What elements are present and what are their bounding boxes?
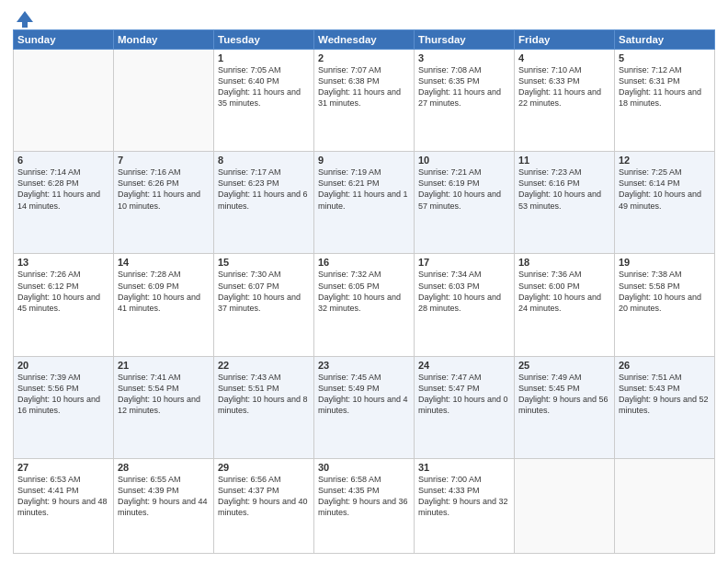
cell-info: Sunrise: 7:19 AM Sunset: 6:21 PM Dayligh…: [318, 167, 410, 212]
cell-info: Sunrise: 7:08 AM Sunset: 6:35 PM Dayligh…: [418, 64, 510, 109]
calendar-cell: 6Sunrise: 7:14 AM Sunset: 6:28 PM Daylig…: [14, 152, 114, 254]
calendar-cell: 26Sunrise: 7:51 AM Sunset: 5:43 PM Dayli…: [615, 356, 715, 458]
day-number: 30: [318, 462, 410, 473]
calendar-cell: 10Sunrise: 7:21 AM Sunset: 6:19 PM Dayli…: [415, 152, 515, 254]
cell-info: Sunrise: 7:49 AM Sunset: 5:45 PM Dayligh…: [518, 372, 610, 417]
day-number: 13: [17, 257, 109, 268]
logo-icon: [15, 9, 35, 29]
day-number: 21: [118, 360, 210, 371]
cell-info: Sunrise: 6:58 AM Sunset: 4:35 PM Dayligh…: [318, 474, 410, 519]
calendar-week-row: 6Sunrise: 7:14 AM Sunset: 6:28 PM Daylig…: [14, 152, 715, 254]
calendar-cell: 9Sunrise: 7:19 AM Sunset: 6:21 PM Daylig…: [314, 152, 415, 254]
calendar-cell: 23Sunrise: 7:45 AM Sunset: 5:49 PM Dayli…: [314, 356, 415, 458]
logo: [13, 13, 35, 26]
cell-info: Sunrise: 7:51 AM Sunset: 5:43 PM Dayligh…: [619, 372, 711, 417]
day-number: 24: [418, 360, 510, 371]
calendar-table: SundayMondayTuesdayWednesdayThursdayFrid…: [13, 29, 715, 554]
calendar-cell: 20Sunrise: 7:39 AM Sunset: 5:56 PM Dayli…: [14, 356, 114, 458]
cell-info: Sunrise: 7:25 AM Sunset: 6:14 PM Dayligh…: [619, 167, 711, 212]
calendar-cell: 22Sunrise: 7:43 AM Sunset: 5:51 PM Dayli…: [214, 356, 314, 458]
calendar-cell: 17Sunrise: 7:34 AM Sunset: 6:03 PM Dayli…: [415, 254, 515, 356]
calendar-header-sunday: Sunday: [14, 30, 114, 50]
calendar-week-row: 27Sunrise: 6:53 AM Sunset: 4:41 PM Dayli…: [14, 458, 715, 553]
calendar-header-tuesday: Tuesday: [214, 30, 314, 50]
calendar-cell: 7Sunrise: 7:16 AM Sunset: 6:26 PM Daylig…: [114, 152, 214, 254]
calendar-cell: 21Sunrise: 7:41 AM Sunset: 5:54 PM Dayli…: [114, 356, 214, 458]
calendar-cell: 30Sunrise: 6:58 AM Sunset: 4:35 PM Dayli…: [314, 458, 415, 553]
cell-info: Sunrise: 7:39 AM Sunset: 5:56 PM Dayligh…: [17, 372, 109, 417]
cell-info: Sunrise: 7:43 AM Sunset: 5:51 PM Dayligh…: [218, 372, 310, 417]
day-number: 25: [518, 360, 610, 371]
calendar-cell: 13Sunrise: 7:26 AM Sunset: 6:12 PM Dayli…: [14, 254, 114, 356]
cell-info: Sunrise: 7:34 AM Sunset: 6:03 PM Dayligh…: [418, 269, 510, 314]
cell-info: Sunrise: 7:17 AM Sunset: 6:23 PM Dayligh…: [218, 167, 310, 212]
day-number: 22: [218, 360, 310, 371]
cell-info: Sunrise: 7:12 AM Sunset: 6:31 PM Dayligh…: [619, 64, 711, 109]
header: [13, 9, 715, 26]
calendar-week-row: 13Sunrise: 7:26 AM Sunset: 6:12 PM Dayli…: [14, 254, 715, 356]
calendar-cell: 15Sunrise: 7:30 AM Sunset: 6:07 PM Dayli…: [214, 254, 314, 356]
day-number: 23: [318, 360, 410, 371]
day-number: 12: [619, 155, 711, 166]
day-number: 8: [218, 155, 310, 166]
calendar-header-friday: Friday: [515, 30, 615, 50]
calendar-cell: [615, 458, 715, 553]
calendar-cell: [114, 50, 214, 152]
calendar-cell: 29Sunrise: 6:56 AM Sunset: 4:37 PM Dayli…: [214, 458, 314, 553]
calendar-cell: 8Sunrise: 7:17 AM Sunset: 6:23 PM Daylig…: [214, 152, 314, 254]
calendar-cell: [14, 50, 114, 152]
day-number: 15: [218, 257, 310, 268]
cell-info: Sunrise: 7:26 AM Sunset: 6:12 PM Dayligh…: [17, 269, 109, 314]
calendar-cell: 28Sunrise: 6:55 AM Sunset: 4:39 PM Dayli…: [114, 458, 214, 553]
day-number: 29: [218, 462, 310, 473]
day-number: 6: [17, 155, 109, 166]
calendar-header-monday: Monday: [114, 30, 214, 50]
day-number: 17: [418, 257, 510, 268]
cell-info: Sunrise: 7:07 AM Sunset: 6:38 PM Dayligh…: [318, 64, 410, 109]
cell-info: Sunrise: 7:10 AM Sunset: 6:33 PM Dayligh…: [518, 64, 610, 109]
day-number: 1: [218, 52, 310, 63]
cell-info: Sunrise: 7:32 AM Sunset: 6:05 PM Dayligh…: [318, 269, 410, 314]
calendar-cell: 19Sunrise: 7:38 AM Sunset: 5:58 PM Dayli…: [615, 254, 715, 356]
day-number: 20: [17, 360, 109, 371]
calendar-cell: 11Sunrise: 7:23 AM Sunset: 6:16 PM Dayli…: [515, 152, 615, 254]
calendar-week-row: 20Sunrise: 7:39 AM Sunset: 5:56 PM Dayli…: [14, 356, 715, 458]
calendar-cell: 14Sunrise: 7:28 AM Sunset: 6:09 PM Dayli…: [114, 254, 214, 356]
day-number: 28: [118, 462, 210, 473]
calendar-cell: 3Sunrise: 7:08 AM Sunset: 6:35 PM Daylig…: [415, 50, 515, 152]
cell-info: Sunrise: 7:05 AM Sunset: 6:40 PM Dayligh…: [218, 64, 310, 109]
cell-info: Sunrise: 7:36 AM Sunset: 6:00 PM Dayligh…: [518, 269, 610, 314]
calendar-week-row: 1Sunrise: 7:05 AM Sunset: 6:40 PM Daylig…: [14, 50, 715, 152]
day-number: 11: [518, 155, 610, 166]
day-number: 19: [619, 257, 711, 268]
cell-info: Sunrise: 7:28 AM Sunset: 6:09 PM Dayligh…: [118, 269, 210, 314]
cell-info: Sunrise: 6:55 AM Sunset: 4:39 PM Dayligh…: [118, 474, 210, 519]
calendar-cell: 16Sunrise: 7:32 AM Sunset: 6:05 PM Dayli…: [314, 254, 415, 356]
calendar-cell: 12Sunrise: 7:25 AM Sunset: 6:14 PM Dayli…: [615, 152, 715, 254]
calendar-cell: 1Sunrise: 7:05 AM Sunset: 6:40 PM Daylig…: [214, 50, 314, 152]
day-number: 26: [619, 360, 711, 371]
calendar-header-saturday: Saturday: [615, 30, 715, 50]
day-number: 5: [619, 52, 711, 63]
day-number: 14: [118, 257, 210, 268]
day-number: 3: [418, 52, 510, 63]
day-number: 10: [418, 155, 510, 166]
day-number: 31: [418, 462, 510, 473]
day-number: 16: [318, 257, 410, 268]
cell-info: Sunrise: 7:21 AM Sunset: 6:19 PM Dayligh…: [418, 167, 510, 212]
page: SundayMondayTuesdayWednesdayThursdayFrid…: [0, 0, 728, 563]
calendar-cell: [515, 458, 615, 553]
day-number: 27: [17, 462, 109, 473]
calendar-cell: 31Sunrise: 7:00 AM Sunset: 4:33 PM Dayli…: [415, 458, 515, 553]
cell-info: Sunrise: 7:38 AM Sunset: 5:58 PM Dayligh…: [619, 269, 711, 314]
cell-info: Sunrise: 7:23 AM Sunset: 6:16 PM Dayligh…: [518, 167, 610, 212]
cell-info: Sunrise: 7:45 AM Sunset: 5:49 PM Dayligh…: [318, 372, 410, 417]
svg-marker-0: [17, 11, 33, 28]
calendar-cell: 24Sunrise: 7:47 AM Sunset: 5:47 PM Dayli…: [415, 356, 515, 458]
day-number: 4: [518, 52, 610, 63]
cell-info: Sunrise: 7:41 AM Sunset: 5:54 PM Dayligh…: [118, 372, 210, 417]
calendar-header-wednesday: Wednesday: [314, 30, 415, 50]
calendar-cell: 5Sunrise: 7:12 AM Sunset: 6:31 PM Daylig…: [615, 50, 715, 152]
calendar-header-row: SundayMondayTuesdayWednesdayThursdayFrid…: [14, 30, 715, 50]
day-number: 2: [318, 52, 410, 63]
